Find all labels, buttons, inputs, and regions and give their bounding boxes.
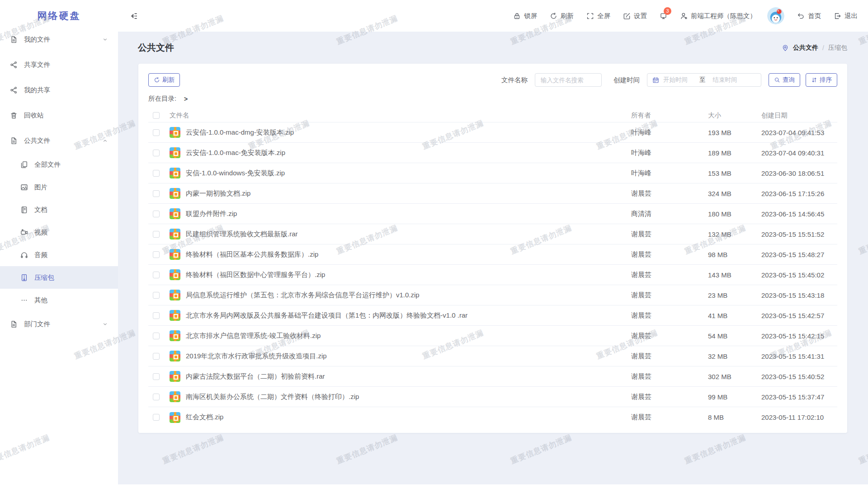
zip-file-icon [170,330,180,341]
table-row[interactable]: 内蒙古法院大数据平台（二期）初验前资料.rar谢晨芸302 MB2023-05-… [148,366,837,387]
file-date: 2023-05-11 17:02:10 [761,413,837,421]
file-name[interactable]: 2019年北京市水行政审批系统升级改造项目.zip [186,352,631,361]
file-date: 2023-05-15 15:48:27 [761,251,837,258]
table-row[interactable]: 民建组织管理系统验收文档最新版.rar谢晨芸132 MB2023-05-15 1… [148,224,837,244]
settings-label: 设置 [634,12,647,20]
table-row[interactable]: 安信-1.0.0-windows-免安装版.zip叶海峰153 MB2023-0… [148,163,837,183]
sidebar-item-5[interactable]: 全部文件 [0,153,118,176]
table-row[interactable]: 南海区机关新办公系统（二期）文件资料（终验打印）.zip谢晨芸99 MB2023… [148,387,837,407]
refresh-list-button[interactable]: 刷新 [148,73,180,87]
row-checkbox[interactable] [153,170,160,177]
file-name[interactable]: 内蒙一期初验文档.zip [186,189,631,198]
row-checkbox[interactable] [153,353,160,360]
file-name[interactable]: 红会文档.zip [186,413,631,422]
file-owner: 谢晨芸 [631,250,708,259]
file-name[interactable]: 联盟办件附件.zip [186,210,631,218]
zip-file-icon [170,168,180,178]
table-row[interactable]: 内蒙一期初验文档.zip谢晨芸324 MB2023-06-15 17:15:26 [148,183,837,204]
row-checkbox[interactable] [153,394,160,400]
table-row[interactable]: 2019年北京市水行政审批系统升级改造项目.zip谢晨芸32 MB2023-05… [148,346,837,366]
row-checkbox[interactable] [153,211,160,217]
table-row[interactable]: 北京市排水户信息管理系统-竣工验收材料.zip谢晨芸54 MB2023-05-1… [148,326,837,346]
breadcrumb: 公共文件 / 压缩包 [782,44,847,52]
created-time-label: 创建时间 [613,76,640,84]
file-name[interactable]: 北京市水务局内网改版及公共服务基础平台建设项目（第1包：内网改版）终验验文档-v… [186,311,631,320]
sidebar-item-3[interactable]: 回收站 [0,103,118,128]
end-date-placeholder[interactable]: 结束时间 [713,76,737,84]
sidebar-item-4[interactable]: 公共文件 [0,128,118,153]
sidebar-menu: 我的文件共享文件我的共享回收站公共文件全部文件图片文档视频音频压缩包其他部门文件 [0,27,118,337]
file-name[interactable]: 民建组织管理系统验收文档最新版.rar [186,230,631,239]
table-row[interactable]: 红会文档.zip谢晨芸8 MB2023-05-11 17:02:10 [148,407,837,427]
query-button[interactable]: 查询 [769,73,800,87]
home-button[interactable]: 首页 [797,12,821,20]
user-avatar[interactable] [767,7,784,24]
sidebar-item-12[interactable]: 部门文件 [0,311,118,337]
notification-button[interactable]: 3 [660,12,667,20]
row-checkbox[interactable] [153,190,160,197]
table-row[interactable]: 联盟办件附件.zip商清清180 MB2023-06-15 14:56:45 [148,204,837,224]
file-name[interactable]: 云安信-1.0.0-mac-免安装版本.zip [186,149,631,157]
file-name[interactable]: 云安信-1.0.0-mac-dmg-安装版本.zip [186,128,631,137]
file-owner: 谢晨芸 [631,393,708,401]
sidebar-item-10[interactable]: 压缩包 [0,266,118,289]
file-date: 2023-05-15 15:40:52 [761,373,837,380]
row-checkbox[interactable] [153,312,160,319]
file-name[interactable]: 北京市排水户信息管理系统-竣工验收材料.zip [186,332,631,340]
row-checkbox[interactable] [153,292,160,299]
file-name[interactable]: 安信-1.0.0-windows-免安装版.zip [186,169,631,178]
start-date-placeholder[interactable]: 开始时间 [663,76,698,84]
table-row[interactable]: 终验材料（福田区数据中心管理服务平台）.zip谢晨芸143 MB2023-05-… [148,265,837,285]
row-checkbox[interactable] [153,373,160,380]
row-checkbox[interactable] [153,251,160,258]
sidebar-item-8[interactable]: 视频 [0,221,118,244]
table-row[interactable]: 云安信-1.0.0-mac-免安装版本.zip叶海峰189 MB2023-07-… [148,143,837,163]
row-checkbox[interactable] [153,129,160,136]
sidebar-item-1[interactable]: 共享文件 [0,52,118,77]
refresh-page-button[interactable]: 刷新 [550,12,574,20]
directory-separator[interactable]: > [184,95,188,103]
sort-button[interactable]: 排序 [806,73,837,87]
search-icon [774,77,780,83]
zip-file-icon [170,351,180,361]
app-logo: 网络硬盘 [0,0,118,27]
select-all-checkbox[interactable] [153,112,160,119]
file-date: 2023-06-15 14:56:45 [761,210,837,218]
zip-icon [20,274,28,282]
table-row[interactable]: 局信息系统运行维护（第五包：北京市水务局综合信息平台运行维护）v1.0.zip谢… [148,285,837,305]
sidebar-item-11[interactable]: 其他 [0,289,118,311]
settings-button[interactable]: 设置 [623,12,647,20]
file-name[interactable]: 内蒙古法院大数据平台（二期）初验前资料.rar [186,372,631,381]
sidebar-item-2[interactable]: 我的共享 [0,77,118,103]
sidebar-item-7[interactable]: 文档 [0,198,118,221]
logout-button[interactable]: 退出 [834,12,858,20]
sidebar-collapse-button[interactable] [130,12,138,20]
table-row[interactable]: 终验材料（福田区基本公共服务数据库）.zip谢晨芸98 MB2023-05-15… [148,244,837,265]
file-name[interactable]: 终验材料（福田区数据中心管理服务平台）.zip [186,271,631,279]
sidebar-item-9[interactable]: 音频 [0,244,118,266]
table-row[interactable]: 北京市水务局内网改版及公共服务基础平台建设项目（第1包：内网改版）终验验文档-v… [148,305,837,326]
row-checkbox[interactable] [153,231,160,238]
audio-icon [20,251,28,259]
lock-screen-button[interactable]: 锁屏 [513,12,537,20]
file-name[interactable]: 局信息系统运行维护（第五包：北京市水务局综合信息平台运行维护）v1.0.zip [186,291,631,300]
file-owner: 谢晨芸 [631,352,708,361]
fullscreen-button[interactable]: 全屏 [586,12,610,20]
row-checkbox[interactable] [153,150,160,156]
zip-file-icon [170,269,180,280]
file-owner: 商清清 [631,210,708,218]
user-menu[interactable]: 前端工程师（陈思文） [680,12,756,20]
sidebar-item-6[interactable]: 图片 [0,176,118,198]
page-title: 公共文件 [138,42,174,54]
table-row[interactable]: 云安信-1.0.0-mac-dmg-安装版本.zip叶海峰193 MB2023-… [148,122,837,143]
row-checkbox[interactable] [153,333,160,339]
filename-search-input[interactable] [535,73,602,87]
file-name[interactable]: 终验材料（福田区基本公共服务数据库）.zip [186,250,631,259]
row-checkbox[interactable] [153,272,160,278]
file-size: 132 MB [708,230,761,238]
row-checkbox[interactable] [153,414,160,421]
file-name[interactable]: 南海区机关新办公系统（二期）文件资料（终验打印）.zip [186,393,631,401]
date-range-picker[interactable]: 开始时间 至 结束时间 [647,73,761,87]
sidebar-item-0[interactable]: 我的文件 [0,27,118,52]
breadcrumb-root[interactable]: 公共文件 [793,44,818,52]
